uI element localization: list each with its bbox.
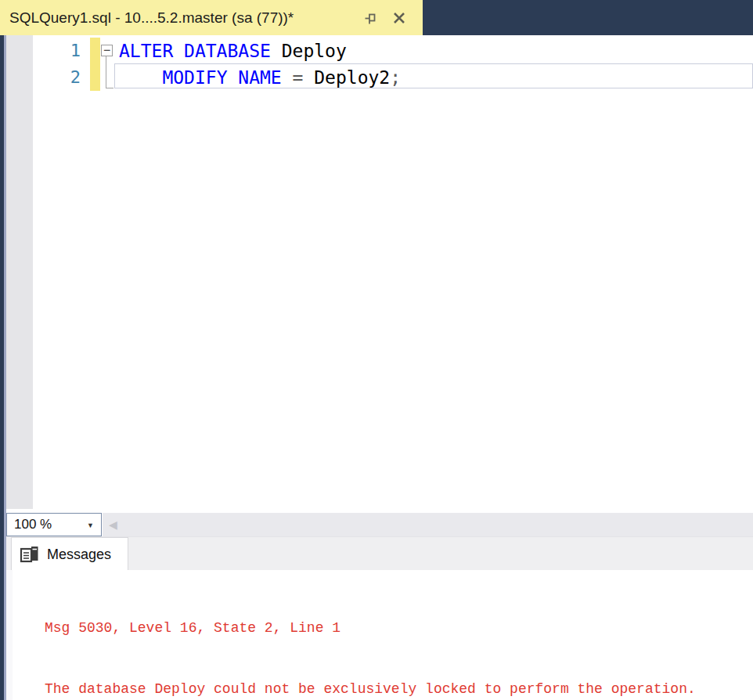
sql-identifier: Deploy2 [314,67,390,88]
messages-tab-label: Messages [47,547,111,563]
collapse-icon[interactable]: − [101,45,113,56]
zoom-dropdown[interactable]: 100 % ▼ [6,513,102,536]
sql-keyword: MODIFY NAME [162,67,281,88]
document-tab-sqlquery1[interactable]: SQLQuery1.sql - 10....5.2.master (sa (77… [0,0,423,35]
code-editor[interactable]: 1 − ALTER DATABASE Deploy 2 MODIFY NAME … [6,35,753,509]
document-tab-bar: SQLQuery1.sql - 10....5.2.master (sa (77… [0,0,753,35]
chevron-down-icon[interactable]: ▼ [87,521,94,529]
sql-semicolon: ; [390,67,401,88]
error-message-line: The database Deploy could not be exclusi… [45,679,753,699]
indicator-margin [6,35,33,509]
error-message-line: Msg 5030, Level 16, State 2, Line 1 [45,618,753,638]
horizontal-scrollbar[interactable]: ◀ [103,513,753,536]
query-editor-pane: 1 − ALTER DATABASE Deploy 2 MODIFY NAME … [6,35,753,700]
messages-icon [20,545,40,564]
code-text: ALTER DATABASE Deploy [117,38,347,64]
tab-messages[interactable]: Messages [11,537,128,571]
close-icon[interactable] [389,8,409,28]
change-tracking-bar [90,64,100,91]
code-text: MODIFY NAME = Deploy2; [117,64,401,91]
sql-operator: = [282,67,315,88]
change-tracking-bar [90,38,100,64]
ssms-window: SQLQuery1.sql - 10....5.2.master (sa (77… [0,0,753,700]
indent [119,67,162,88]
line-number: 2 [33,64,90,91]
line-number: 1 [33,38,90,64]
code-line-2[interactable]: 2 MODIFY NAME = Deploy2; [33,64,753,91]
pin-icon[interactable] [360,8,380,28]
sql-keyword: ALTER DATABASE [119,41,271,61]
zoom-value: 100 % [7,517,52,532]
fold-margin [100,64,117,91]
code-line-1[interactable]: 1 − ALTER DATABASE Deploy [33,38,753,64]
fold-margin: − [100,38,117,64]
sql-identifier: Deploy [271,41,347,61]
messages-panel: Msg 5030, Level 16, State 2, Line 1 The … [6,570,753,700]
document-tab-title: SQLQuery1.sql - 10....5.2.master (sa (77… [9,9,294,27]
scroll-left-arrow-icon[interactable]: ◀ [109,513,117,536]
editor-bottom-bar: 100 % ▼ ◀ [6,513,753,536]
results-tab-strip: Messages [6,536,753,570]
